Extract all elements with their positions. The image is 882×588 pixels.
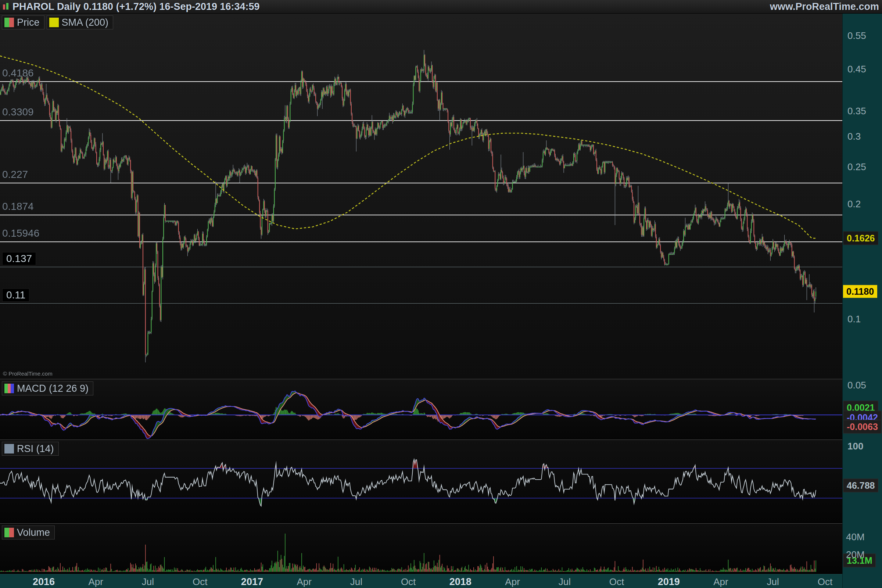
- x-axis-year-label: 2019: [658, 576, 680, 588]
- rsi-icon: [4, 444, 14, 453]
- x-axis-month-label: Jul: [142, 576, 154, 588]
- price-axis-column[interactable]: [842, 13, 882, 588]
- price-axis-label: 0.35: [848, 105, 866, 117]
- price-level-label: 0.4186: [2, 67, 34, 79]
- price-legend-chip[interactable]: Price: [2, 15, 45, 29]
- x-axis-month-label: Oct: [818, 576, 832, 588]
- price-level-label: 0.227: [2, 169, 28, 180]
- x-axis-month-label: Jul: [559, 576, 571, 588]
- x-axis-month-label: Oct: [401, 576, 416, 588]
- volume-axis-label-40m: 40M: [846, 531, 865, 543]
- prorealtime-window: { "header": { "title": "PHAROL Daily 0.1…: [0, 0, 882, 588]
- volume-icon: [4, 528, 14, 537]
- instrument-title: PHAROL Daily 0.1180 (+1.72%) 16-Sep-2019…: [12, 1, 260, 12]
- macd-icon: [4, 384, 14, 393]
- price-axis-label: 0.3: [848, 131, 861, 142]
- macd-axis-label: 0.05: [848, 380, 866, 391]
- price-icon: [4, 18, 14, 27]
- x-axis-month-label: Jul: [350, 576, 362, 588]
- candlestick-icon: [2, 2, 10, 11]
- price-level-label: 0.137: [2, 252, 36, 266]
- sma-legend-label: SMA (200): [62, 17, 109, 28]
- prorealtime-link: www.ProRealTime.com: [770, 1, 879, 12]
- rsi-legend-label: RSI (14): [17, 443, 54, 454]
- sma-current-value-box: 0.1626: [843, 231, 878, 245]
- macd-legend-row: MACD (12 26 9): [2, 381, 93, 395]
- price-axis-label: 0.45: [848, 64, 866, 75]
- x-axis-year-label: 2016: [33, 576, 55, 588]
- volume-legend-row: Volume: [2, 525, 55, 540]
- rsi-legend-chip[interactable]: RSI (14): [2, 442, 59, 456]
- price-legend-row: Price SMA (200): [2, 15, 113, 29]
- x-axis-year-label: 2017: [241, 576, 263, 588]
- copyright-watermark: © ProRealTime.com: [3, 370, 52, 376]
- x-axis-month-label: Apr: [88, 576, 103, 588]
- price-axis-label: 0.2: [848, 198, 861, 210]
- volume-legend-label: Volume: [17, 527, 50, 538]
- volume-axis-label-20m: 20M: [846, 549, 865, 560]
- rsi-axis-label-100: 100: [848, 440, 863, 452]
- price-level-label: 0.3309: [2, 106, 34, 118]
- price-level-label: 0.11: [2, 288, 29, 302]
- x-axis-month-label: Apr: [297, 576, 311, 588]
- pane-separator[interactable]: [0, 440, 842, 440]
- price-current-value-box: 0.1180: [843, 285, 877, 298]
- price-level-label: 0.1874: [2, 201, 34, 212]
- price-axis-label: 0.55: [848, 30, 866, 42]
- price-axis-label: 0.1: [848, 314, 861, 325]
- sma-icon: [49, 18, 59, 27]
- price-legend-label: Price: [17, 17, 40, 28]
- chart-canvas[interactable]: [0, 0, 882, 588]
- x-axis-month-label: Apr: [505, 576, 520, 588]
- x-axis-month-label: Jul: [767, 576, 779, 588]
- rsi-current-value-box: 46.788: [843, 479, 878, 492]
- macd-legend-chip[interactable]: MACD (12 26 9): [2, 381, 93, 395]
- volume-legend-chip[interactable]: Volume: [2, 525, 55, 540]
- macd-legend-label: MACD (12 26 9): [17, 383, 88, 394]
- x-axis-month-label: Oct: [609, 576, 624, 588]
- price-axis-label: 0.25: [848, 161, 866, 172]
- sma-legend-chip[interactable]: SMA (200): [46, 15, 114, 29]
- x-axis-month-label: Apr: [713, 576, 728, 588]
- pane-separator[interactable]: [0, 379, 842, 379]
- x-axis-year-label: 2018: [450, 576, 471, 588]
- macd-signal-value-box: -0.0063: [843, 420, 882, 434]
- rsi-legend-row: RSI (14): [2, 442, 59, 456]
- price-level-label: 0.15946: [2, 228, 39, 239]
- x-axis-month-label: Oct: [193, 576, 207, 588]
- title-bar: PHAROL Daily 0.1180 (+1.72%) 16-Sep-2019…: [0, 0, 882, 14]
